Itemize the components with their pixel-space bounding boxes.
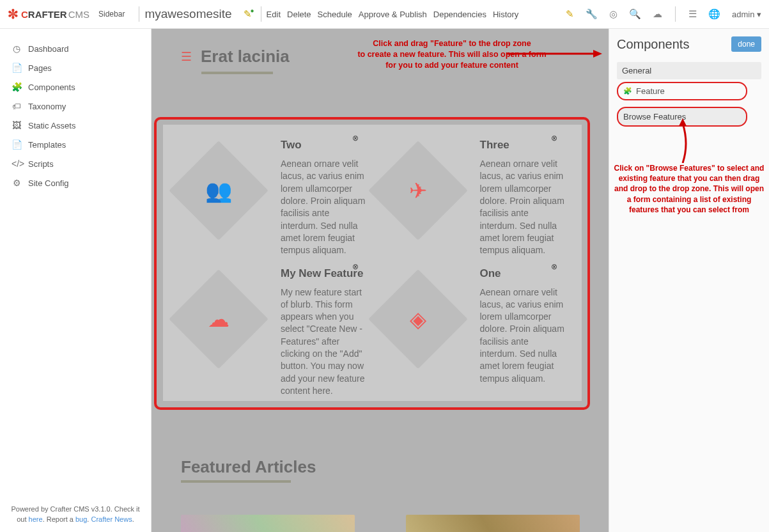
- sidebar-item-dashboard[interactable]: ◷Dashboard: [0, 39, 151, 58]
- target-icon[interactable]: ◎: [609, 8, 618, 20]
- component-item-feature[interactable]: 🧩 Feature: [617, 82, 747, 100]
- gear-icon: ✼: [8, 6, 19, 22]
- annotation-browse: Click on "Browse Features" to select and…: [613, 163, 765, 215]
- divider: [261, 6, 261, 22]
- pencil-icon[interactable]: ✎: [566, 8, 574, 20]
- sidebar-item-pages[interactable]: 📄Pages: [0, 58, 151, 77]
- action-delete[interactable]: Delete: [287, 10, 311, 19]
- divider: [139, 6, 139, 22]
- site-name: myawesomesite: [144, 7, 231, 21]
- component-item-label: Feature: [636, 86, 665, 96]
- divider: [675, 6, 676, 22]
- feature-card[interactable]: ⊗ 👥 TwoAenean ornare velit lacus, ac var…: [173, 132, 373, 261]
- feature-body: My new feature start of blurb. This form…: [281, 286, 366, 398]
- sidebar-item-site-config[interactable]: ⚙Site Config: [0, 173, 151, 192]
- nav-label: Scripts: [28, 159, 54, 169]
- nav-label: Components: [28, 82, 75, 92]
- nav-label: Static Assets: [28, 121, 75, 130]
- curved-arrow-icon: [673, 118, 692, 163]
- title-underline: [201, 72, 273, 74]
- footer-link-bug[interactable]: bug: [75, 515, 87, 523]
- user-menu[interactable]: admin ▾: [732, 10, 761, 19]
- menu-icon[interactable]: ☰: [688, 8, 697, 20]
- feature-icon-box: ◈: [368, 269, 468, 369]
- footer: Powered by Crafter CMS v3.1.0. Check it …: [8, 505, 143, 524]
- diamond-icon: ◈: [410, 306, 426, 332]
- delete-icon[interactable]: ⊗: [352, 262, 359, 271]
- wrench-icon[interactable]: 🔧: [586, 8, 598, 20]
- logo-text-mid: RAFTER: [28, 9, 67, 20]
- left-sidebar: ◷Dashboard 📄Pages 🧩Components 🏷Taxonomy …: [0, 29, 151, 532]
- section-title: Erat lacinia: [201, 47, 290, 66]
- arrow-right-icon: [506, 48, 602, 59]
- puzzle-icon: 🧩: [623, 87, 632, 95]
- action-dependencies[interactable]: Dependencies: [433, 10, 486, 19]
- featured-articles-row: [181, 515, 580, 532]
- bars-icon[interactable]: ☰: [181, 49, 192, 64]
- gauge-icon: ◷: [12, 43, 22, 54]
- sidebar-toggle-button[interactable]: Sidebar: [96, 8, 127, 20]
- file-icon: 📄: [12, 139, 22, 150]
- feature-icon-box: ☁: [169, 269, 268, 369]
- top-actions: Edit Delete Schedule Approve & Publish D…: [267, 10, 519, 19]
- footer-link-news[interactable]: Crafter News: [91, 515, 132, 523]
- cloud-icon: ☁: [208, 306, 229, 332]
- logo[interactable]: ✼ CRAFTERCMS: [8, 6, 89, 22]
- code-icon: </>: [12, 159, 22, 169]
- svg-marker-1: [593, 50, 602, 58]
- feature-card[interactable]: ⊗ ☁ My New FeatureMy new feature start o…: [173, 261, 373, 402]
- action-approve[interactable]: Approve & Publish: [359, 10, 427, 19]
- file-icon: 📄: [12, 63, 22, 73]
- done-button[interactable]: done: [731, 36, 761, 52]
- article-card[interactable]: [406, 515, 580, 532]
- cloud-icon[interactable]: ☁: [653, 8, 662, 20]
- delete-icon[interactable]: ⊗: [551, 134, 557, 143]
- title-underline: [181, 480, 291, 483]
- feature-icon-box: 👥: [169, 141, 268, 240]
- feature-card[interactable]: ⊗ ✈ ThreeAenean ornare velit lacus, ac v…: [373, 132, 572, 261]
- component-category[interactable]: General: [617, 62, 761, 79]
- featured-articles-title: Featured Articles: [181, 457, 316, 477]
- paper-plane-icon: ✈: [409, 178, 427, 203]
- sliders-icon: ⚙: [12, 178, 22, 188]
- action-history[interactable]: History: [493, 10, 518, 19]
- globe-icon[interactable]: 🌐: [708, 8, 720, 20]
- users-icon: 👥: [205, 178, 232, 203]
- feature-icon-box: ✈: [368, 141, 468, 240]
- nav-label: Pages: [28, 63, 52, 73]
- nav-label: Dashboard: [28, 44, 69, 54]
- panel-title: Components: [617, 37, 689, 52]
- image-icon: 🖼: [12, 120, 22, 130]
- edit-pencil-icon[interactable]: ✎●: [244, 8, 252, 20]
- feature-body: Aenean ornare velit lacus, ac varius eni…: [281, 158, 366, 257]
- action-schedule[interactable]: Schedule: [318, 10, 352, 19]
- svg-marker-4: [679, 118, 687, 126]
- search-icon[interactable]: 🔍: [629, 8, 641, 20]
- sidebar-item-templates[interactable]: 📄Templates: [0, 135, 151, 154]
- article-card[interactable]: [181, 515, 355, 532]
- components-panel: Components done General 🧩 Feature Browse…: [609, 29, 769, 532]
- delete-icon[interactable]: ⊗: [551, 262, 557, 271]
- feature-body: Aenean ornare velit lacus, ac varius eni…: [480, 158, 566, 257]
- nav-label: Taxonomy: [28, 102, 66, 111]
- feature-body: Aenean ornare velit lacus, ac varius eni…: [480, 286, 566, 386]
- sidebar-item-taxonomy[interactable]: 🏷Taxonomy: [0, 97, 151, 116]
- sidebar-item-static-assets[interactable]: 🖼Static Assets: [0, 116, 151, 135]
- tag-icon: 🏷: [12, 101, 22, 111]
- delete-icon[interactable]: ⊗: [352, 134, 359, 143]
- puzzle-icon: 🧩: [12, 82, 22, 92]
- footer-link-here[interactable]: here: [29, 515, 43, 523]
- sidebar-item-scripts[interactable]: </>Scripts: [0, 154, 151, 173]
- logo-c: C: [21, 9, 28, 20]
- nav-label: Templates: [28, 140, 66, 150]
- sidebar-item-components[interactable]: 🧩Components: [0, 77, 151, 97]
- nav-label: Site Config: [28, 178, 69, 188]
- logo-cms: CMS: [68, 9, 89, 20]
- feature-card[interactable]: ⊗ ◈ OneAenean ornare velit lacus, ac var…: [373, 261, 572, 402]
- top-header: ✼ CRAFTERCMS Sidebar myawesomesite ✎● Ed…: [0, 0, 769, 29]
- drop-zone[interactable]: ⊗ 👥 TwoAenean ornare velit lacus, ac var…: [163, 125, 582, 401]
- action-edit[interactable]: Edit: [267, 10, 281, 19]
- header-right: ✎ 🔧 ◎ 🔍 ☁ ☰ 🌐 admin ▾: [566, 6, 761, 22]
- preview-area: Click and drag "Feature" to the drop zon…: [151, 29, 609, 532]
